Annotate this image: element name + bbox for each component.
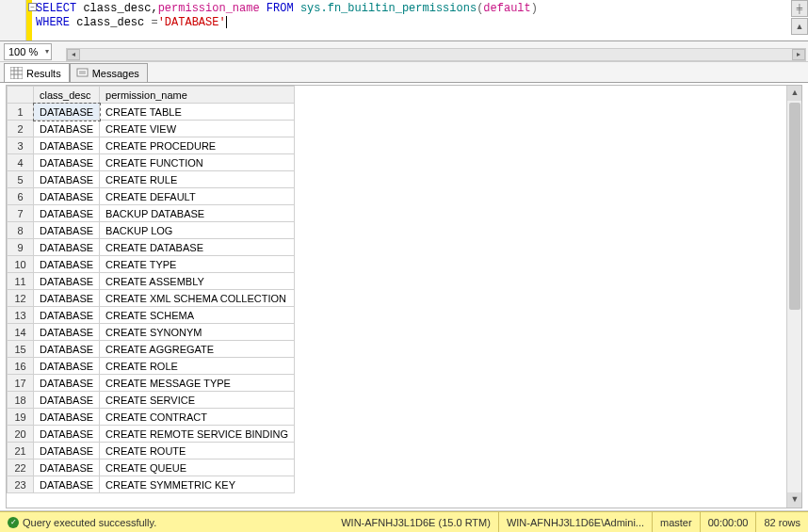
cell-permission-name[interactable]: CREATE PROCEDURE: [100, 137, 295, 154]
row-number[interactable]: 22: [8, 459, 34, 476]
cell-class-desc[interactable]: DATABASE: [34, 358, 100, 375]
cell-class-desc[interactable]: DATABASE: [34, 290, 100, 307]
grid-corner[interactable]: [8, 87, 34, 104]
cell-permission-name[interactable]: CREATE CONTRACT: [100, 409, 295, 426]
editor-scroll-up-icon[interactable]: ▲: [791, 18, 808, 35]
cell-permission-name[interactable]: CREATE SERVICE: [100, 392, 295, 409]
cell-class-desc[interactable]: DATABASE: [34, 443, 100, 459]
table-row[interactable]: 6DATABASECREATE DEFAULT: [8, 188, 295, 205]
zoom-select[interactable]: 100 %: [4, 43, 52, 60]
vscroll-down-icon[interactable]: ▼: [787, 492, 802, 508]
table-row[interactable]: 10DATABASECREATE TYPE: [8, 256, 295, 273]
hscroll-left-icon[interactable]: ◂: [67, 49, 80, 60]
editor-hscroll[interactable]: ◂ ▸: [66, 48, 806, 61]
cell-class-desc[interactable]: DATABASE: [34, 341, 100, 358]
cell-permission-name[interactable]: CREATE ROUTE: [100, 443, 295, 459]
col-class-desc[interactable]: class_desc: [34, 87, 100, 104]
cell-permission-name[interactable]: CREATE FUNCTION: [100, 154, 295, 171]
results-vscroll[interactable]: ▲ ▼: [786, 86, 801, 508]
table-row[interactable]: 9DATABASECREATE DATABASE: [8, 239, 295, 256]
cell-class-desc[interactable]: DATABASE: [34, 459, 100, 476]
row-number[interactable]: 16: [8, 358, 34, 375]
cell-class-desc[interactable]: DATABASE: [34, 324, 100, 341]
cell-class-desc[interactable]: DATABASE: [34, 409, 100, 426]
table-row[interactable]: 21DATABASECREATE ROUTE: [8, 443, 295, 459]
cell-class-desc[interactable]: DATABASE: [34, 392, 100, 409]
row-number[interactable]: 12: [8, 290, 34, 307]
table-row[interactable]: 20DATABASECREATE REMOTE SERVICE BINDING: [8, 426, 295, 443]
cell-permission-name[interactable]: CREATE ROLE: [100, 358, 295, 375]
cell-class-desc[interactable]: DATABASE: [34, 137, 100, 154]
row-number[interactable]: 5: [8, 171, 34, 188]
cell-permission-name[interactable]: CREATE TYPE: [100, 256, 295, 273]
cell-permission-name[interactable]: BACKUP DATABASE: [100, 205, 295, 222]
cell-permission-name[interactable]: CREATE RULE: [100, 171, 295, 188]
cell-permission-name[interactable]: CREATE QUEUE: [100, 459, 295, 476]
row-number[interactable]: 18: [8, 392, 34, 409]
table-row[interactable]: 19DATABASECREATE CONTRACT: [8, 409, 295, 426]
tab-results[interactable]: Results: [4, 63, 70, 82]
cell-permission-name[interactable]: CREATE ASSEMBLY: [100, 273, 295, 290]
table-row[interactable]: 8DATABASEBACKUP LOG: [8, 222, 295, 239]
table-row[interactable]: 18DATABASECREATE SERVICE: [8, 392, 295, 409]
table-row[interactable]: 16DATABASECREATE ROLE: [8, 358, 295, 375]
cell-permission-name[interactable]: BACKUP LOG: [100, 222, 295, 239]
table-row[interactable]: 13DATABASECREATE SCHEMA: [8, 307, 295, 324]
cell-permission-name[interactable]: CREATE AGGREGATE: [100, 341, 295, 358]
row-number[interactable]: 9: [8, 239, 34, 256]
cell-class-desc[interactable]: DATABASE: [34, 307, 100, 324]
col-permission-name[interactable]: permission_name: [100, 87, 295, 104]
table-row[interactable]: 17DATABASECREATE MESSAGE TYPE: [8, 375, 295, 392]
row-number[interactable]: 14: [8, 324, 34, 341]
cell-class-desc[interactable]: DATABASE: [34, 188, 100, 205]
table-row[interactable]: 1DATABASECREATE TABLE: [8, 104, 295, 121]
cell-class-desc[interactable]: DATABASE: [34, 476, 100, 493]
cell-class-desc[interactable]: DATABASE: [34, 171, 100, 188]
cell-class-desc[interactable]: DATABASE: [34, 239, 100, 256]
table-row[interactable]: 15DATABASECREATE AGGREGATE: [8, 341, 295, 358]
cell-permission-name[interactable]: CREATE REMOTE SERVICE BINDING: [100, 426, 295, 443]
row-number[interactable]: 4: [8, 154, 34, 171]
row-number[interactable]: 21: [8, 443, 34, 459]
row-number[interactable]: 10: [8, 256, 34, 273]
cell-class-desc[interactable]: DATABASE: [34, 375, 100, 392]
table-row[interactable]: 14DATABASECREATE SYNONYM: [8, 324, 295, 341]
row-number[interactable]: 17: [8, 375, 34, 392]
row-number[interactable]: 8: [8, 222, 34, 239]
cell-class-desc[interactable]: DATABASE: [34, 205, 100, 222]
row-number[interactable]: 6: [8, 188, 34, 205]
row-number[interactable]: 1: [8, 104, 34, 121]
row-number[interactable]: 19: [8, 409, 34, 426]
row-number[interactable]: 15: [8, 341, 34, 358]
cell-permission-name[interactable]: CREATE TABLE: [100, 104, 295, 121]
sql-editor[interactable]: − SELECT class_desc,permission_name FROM…: [0, 0, 808, 41]
table-row[interactable]: 11DATABASECREATE ASSEMBLY: [8, 273, 295, 290]
cell-class-desc[interactable]: DATABASE: [34, 121, 100, 137]
row-number[interactable]: 20: [8, 426, 34, 443]
row-number[interactable]: 3: [8, 137, 34, 154]
tab-messages[interactable]: Messages: [70, 63, 148, 82]
cell-permission-name[interactable]: CREATE XML SCHEMA COLLECTION: [100, 290, 295, 307]
cell-permission-name[interactable]: CREATE SCHEMA: [100, 307, 295, 324]
cell-class-desc[interactable]: DATABASE: [34, 273, 100, 290]
table-row[interactable]: 12DATABASECREATE XML SCHEMA COLLECTION: [8, 290, 295, 307]
cell-class-desc[interactable]: DATABASE: [34, 256, 100, 273]
cell-permission-name[interactable]: CREATE SYNONYM: [100, 324, 295, 341]
table-row[interactable]: 3DATABASECREATE PROCEDURE: [8, 137, 295, 154]
row-number[interactable]: 11: [8, 273, 34, 290]
cell-permission-name[interactable]: CREATE DATABASE: [100, 239, 295, 256]
results-grid[interactable]: class_desc permission_name 1DATABASECREA…: [7, 86, 295, 493]
cell-permission-name[interactable]: CREATE SYMMETRIC KEY: [100, 476, 295, 493]
row-number[interactable]: 23: [8, 476, 34, 493]
cell-class-desc[interactable]: DATABASE: [34, 104, 100, 121]
table-row[interactable]: 5DATABASECREATE RULE: [8, 171, 295, 188]
cell-permission-name[interactable]: CREATE MESSAGE TYPE: [100, 375, 295, 392]
table-row[interactable]: 2DATABASECREATE VIEW: [8, 121, 295, 137]
vscroll-thumb[interactable]: [789, 103, 800, 310]
table-row[interactable]: 7DATABASEBACKUP DATABASE: [8, 205, 295, 222]
editor-splitter-icon[interactable]: ╪: [791, 0, 808, 17]
cell-class-desc[interactable]: DATABASE: [34, 426, 100, 443]
cell-permission-name[interactable]: CREATE VIEW: [100, 121, 295, 137]
row-number[interactable]: 2: [8, 121, 34, 137]
table-row[interactable]: 4DATABASECREATE FUNCTION: [8, 154, 295, 171]
